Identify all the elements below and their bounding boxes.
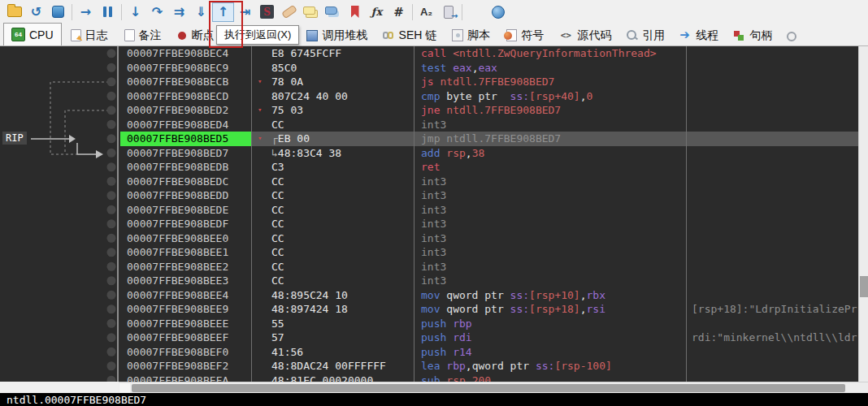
bytes-cell: CC xyxy=(252,274,414,288)
stop-icon[interactable] xyxy=(47,2,69,22)
breakpoint-dot[interactable] xyxy=(107,134,116,143)
breakpoint-dot[interactable] xyxy=(107,234,116,243)
animate-into-icon[interactable]: ⇉ xyxy=(168,2,190,22)
horizontal-scrollbar[interactable] xyxy=(119,382,868,393)
breakpoint-dot[interactable] xyxy=(107,63,116,72)
disasm-row[interactable]: 00007FFBE908BEDCCCint3 xyxy=(120,175,858,189)
hash-icon[interactable]: # xyxy=(388,2,410,22)
function-fx-icon[interactable]: ƒx xyxy=(366,2,388,22)
breakpoint-dot[interactable] xyxy=(107,376,116,382)
breakpoint-dot[interactable] xyxy=(107,205,116,214)
breakpoint-dot[interactable] xyxy=(107,333,116,342)
patch-icon[interactable] xyxy=(278,2,300,22)
tab-source[interactable]: <>源代码 xyxy=(551,25,618,45)
disasm-row[interactable]: 00007FFBE908BEE1CCint3 xyxy=(120,245,858,260)
pause-icon[interactable] xyxy=(97,2,119,22)
vertical-scrollbar-thumb[interactable] xyxy=(860,276,868,297)
breakpoint-dot[interactable] xyxy=(107,276,116,285)
disasm-row[interactable]: 00007FFBE908BEF041:56push r14 xyxy=(120,345,858,360)
breakpoint-dot[interactable] xyxy=(107,49,116,58)
disasm-row[interactable]: 00007FFBE908BEEF57push rdirdi:"minkernel… xyxy=(120,330,858,345)
tab-notes[interactable]: 备注 xyxy=(115,25,169,45)
open-file-icon[interactable] xyxy=(3,2,25,22)
label-icon[interactable] xyxy=(322,2,344,22)
bytes-cell: CC xyxy=(252,260,414,274)
disasm-row[interactable]: 00007FFBE908BECB▾78 0Ajs ntdll.7FFBE908B… xyxy=(120,75,858,89)
disasm-row[interactable]: 00007FFBE908BEDBC3ret xyxy=(120,160,858,175)
disasm-row[interactable]: 00007FFBE908BED2▾75 03jne ntdll.7FFBE908… xyxy=(120,103,858,118)
disasm-row[interactable]: 00007FFBE908BECD807C24 40 00cmp byte ptr… xyxy=(120,89,858,104)
breakpoint-dot[interactable] xyxy=(107,149,116,158)
breakpoint-dot[interactable] xyxy=(107,291,116,300)
disasm-row[interactable]: 00007FFBE908BED5▾┌EB 00jmp ntdll.7FFBE90… xyxy=(120,132,858,146)
breakpoint-dot[interactable] xyxy=(107,361,116,370)
disasm-row[interactable]: 00007FFBE908BEF248:8DAC24 00FFFFFFlea rb… xyxy=(120,359,858,374)
disasm-row[interactable]: 00007FFBE908BEE448:895C24 10mov qword pt… xyxy=(120,288,858,303)
comment-cell xyxy=(687,75,858,89)
bookmark-icon[interactable] xyxy=(344,2,366,22)
breakpoint-dot[interactable] xyxy=(107,77,116,86)
breakpoint-dot[interactable] xyxy=(107,262,116,271)
instruction-token: call xyxy=(421,47,453,59)
instruction-token: mov xyxy=(421,303,446,315)
tab-cpu[interactable]: 64CPU xyxy=(3,23,62,45)
breakpoint-dot[interactable] xyxy=(107,162,116,171)
disasm-row[interactable]: 00007FFBE908BEDDCCint3 xyxy=(120,188,858,203)
execute-till-return-icon[interactable]: ↑ xyxy=(212,2,234,22)
disasm-row[interactable]: 00007FFBE908BED4CCint3 xyxy=(120,118,858,132)
breakpoint-dot[interactable] xyxy=(107,219,116,228)
column-separator[interactable] xyxy=(251,46,252,382)
breakpoint-dot[interactable] xyxy=(107,177,116,186)
tab-references[interactable]: 引用 xyxy=(618,25,672,45)
disasm-row[interactable]: 00007FFBE908BEE948:897424 18mov qword pt… xyxy=(120,302,858,317)
disasm-row[interactable]: 00007FFBE908BEDFCCint3 xyxy=(120,217,858,231)
breakpoint-dot[interactable] xyxy=(107,191,116,200)
tab-seh[interactable]: SEH 链 xyxy=(375,25,445,45)
disasm-row[interactable]: 00007FFBE908BEE3CCint3 xyxy=(120,274,858,288)
disasm-row[interactable]: 00007FFBE908BEFA48:81EC 00020000sub rsp,… xyxy=(120,374,858,382)
breakpoint-dot[interactable] xyxy=(107,304,116,313)
step-into-icon[interactable]: ↓ xyxy=(124,2,146,22)
step-out-icon[interactable]: ⇓ xyxy=(190,2,212,22)
phone-icon[interactable] xyxy=(437,2,459,22)
step-over-icon[interactable]: ↷ xyxy=(146,2,168,22)
disasm-row[interactable]: 00007FFBE908BEC985C0test eax,eax xyxy=(120,61,858,76)
breakpoint-dot[interactable] xyxy=(107,319,116,328)
breakpoint-dot[interactable] xyxy=(107,348,116,356)
tab-script[interactable]: 脚本 xyxy=(444,25,497,45)
restart-icon[interactable]: ↺ xyxy=(25,2,47,22)
tab-symbols[interactable]: 符号 xyxy=(497,25,551,45)
instruction-cell: add rsp,38 xyxy=(414,146,687,161)
run-icon[interactable]: → xyxy=(75,2,97,22)
tab-handles[interactable]: 句柄 xyxy=(726,25,779,45)
run-to-user-code-icon[interactable]: ⇥ xyxy=(234,2,256,22)
disasm-row[interactable]: 00007FFBE908BEE0CCint3 xyxy=(120,231,858,246)
disasm-row[interactable]: 00007FFBE908BEC4E8 6745FCFFcall <ntdll.Z… xyxy=(120,46,858,61)
breakpoint-dot[interactable] xyxy=(107,106,116,114)
tab-call-stack[interactable]: 调用堆栈 xyxy=(298,25,375,45)
disasm-row[interactable]: 00007FFBE908BEE2CCint3 xyxy=(120,260,858,274)
disasm-row[interactable]: 00007FFBE908BED7↳48:83C4 38add rsp,38 xyxy=(120,146,858,161)
calculator-icon[interactable] xyxy=(465,2,487,22)
globe-icon[interactable] xyxy=(487,2,509,22)
disassembly-view[interactable]: RIP 00007FFBE908BEC4E8 6745FCFFcall <ntd… xyxy=(0,46,868,382)
disasm-row[interactable]: 00007FFBE908BEDECCint3 xyxy=(120,203,858,218)
tab-threads[interactable]: ➔线程 xyxy=(672,25,726,45)
seh-icon[interactable]: S xyxy=(256,2,278,22)
address-cell: 00007FFBE908BEDC xyxy=(120,175,252,189)
vertical-scrollbar[interactable] xyxy=(858,46,868,382)
horizontal-scroll-button[interactable] xyxy=(119,383,130,393)
breakpoint-dot[interactable] xyxy=(107,92,116,101)
string-az-icon[interactable]: A₂ xyxy=(415,2,437,22)
column-separator[interactable] xyxy=(414,46,414,382)
comment-icon[interactable] xyxy=(300,2,322,22)
tab-trace[interactable] xyxy=(779,25,808,45)
instruction-cell: mov qword ptr ss:[rsp+10],rbx xyxy=(414,288,687,303)
disasm-row[interactable]: 00007FFBE908BEEE55push rbp xyxy=(120,317,858,331)
tab-log[interactable]: 日志 xyxy=(62,25,115,45)
breakpoint-dot[interactable] xyxy=(107,248,116,257)
breakpoint-dot[interactable] xyxy=(107,120,116,129)
tab-breakpoints[interactable]: 断点 xyxy=(169,25,222,45)
horizontal-scrollbar-thumb[interactable] xyxy=(132,384,845,392)
column-separator[interactable] xyxy=(686,46,687,382)
